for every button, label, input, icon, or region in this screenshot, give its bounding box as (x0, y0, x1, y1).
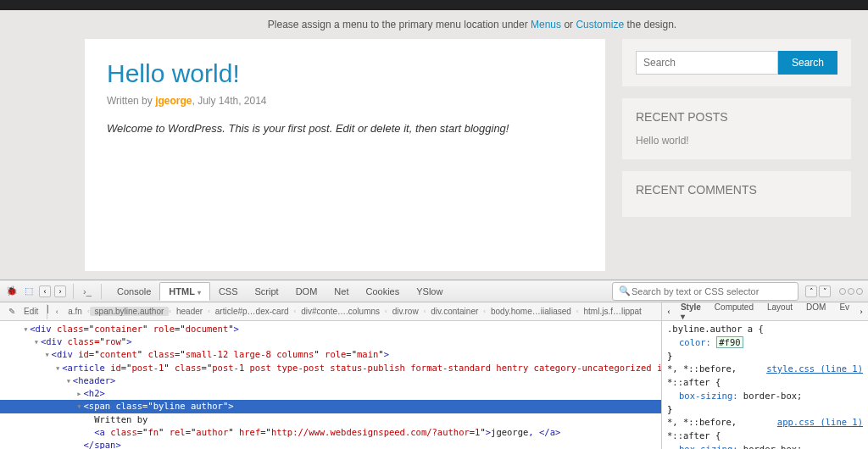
devtools-panel: 🐞 ⬚ ‹ › ›_ ConsoleHTML▾CSSScriptDOMNetCo… (0, 280, 868, 449)
breadcrumb-item[interactable]: span.byline.author (90, 307, 170, 316)
post-card: Hello world! Written by jgeorge, July 14… (85, 39, 605, 271)
menus-link[interactable]: Menus (531, 19, 561, 30)
nav-back-button[interactable]: ‹ (39, 285, 51, 297)
toolbar-separator (73, 284, 74, 299)
devtools-tab-net[interactable]: Net (326, 283, 357, 300)
devtools-tab-css[interactable]: CSS (210, 283, 247, 300)
search-input[interactable] (636, 51, 778, 75)
inspect-icon[interactable]: ⬚ (22, 285, 36, 298)
html-tree-line[interactable]: <a class="fn" rel="author" href="http://… (0, 426, 661, 439)
page-viewport: Please assign a menu to the primary menu… (0, 10, 868, 280)
firebug-icon[interactable]: 🐞 (5, 285, 19, 298)
html-tree-line[interactable]: </span> (0, 439, 661, 449)
html-tree-line[interactable]: Written by (0, 413, 661, 426)
breadcrumb-item[interactable]: div#conte….columns (296, 307, 385, 316)
html-tree-line[interactable]: ▾<span class="byline author"> (0, 400, 661, 413)
recent-posts-widget: RECENT POSTS Hello world! (622, 98, 851, 159)
breadcrumb-item[interactable]: div.container (426, 307, 483, 316)
html-tree-line[interactable]: ▾<article id="post-1" class="post-1 post… (0, 362, 661, 374)
notice-suffix: the design. (626, 19, 676, 30)
styles-panel: ‹ Style ▾ComputedLayoutDOMEv › .byline.a… (661, 302, 868, 449)
right-tabs: ‹ Style ▾ComputedLayoutDOMEv › (662, 302, 868, 321)
devtools-tab-console[interactable]: Console (108, 283, 159, 300)
devtools-tab-dom[interactable]: DOM (287, 283, 326, 300)
devtools-tab-cookies[interactable]: Cookies (357, 283, 408, 300)
command-line-icon[interactable]: ›_ (81, 285, 94, 298)
search-nav: ˄ ˅ (805, 285, 831, 297)
devtools-search[interactable]: 🔍 (612, 282, 798, 301)
minimize-icon[interactable] (839, 288, 846, 295)
html-tree-line[interactable]: ▾<header> (0, 374, 661, 387)
author-link[interactable]: jgeorge (155, 95, 192, 107)
devtools-tab-script[interactable]: Script (247, 283, 287, 300)
sidebar: Search RECENT POSTS Hello world! RECENT … (622, 39, 851, 271)
popout-icon[interactable] (848, 288, 854, 295)
nav-fwd-button[interactable]: › (54, 285, 66, 297)
style-tab-computed[interactable]: Computed (708, 300, 760, 324)
breadcrumb-item[interactable]: html.js.f…lippat (579, 307, 647, 316)
left-margin (0, 10, 76, 280)
notice-text: Please assign a menu to the primary menu… (268, 19, 531, 30)
close-icon[interactable] (856, 288, 863, 295)
browser-chrome-top (0, 0, 868, 10)
style-tab-ev[interactable]: Ev (832, 300, 856, 324)
crumb-left-button[interactable]: ‹ (51, 306, 63, 318)
html-tree[interactable]: ▾<div class="container" role="document">… (0, 321, 661, 449)
breadcrumb-item[interactable]: article#p…dex-card (210, 307, 294, 316)
window-controls (839, 288, 863, 295)
style-rules[interactable]: .byline.author a {color: #f90}style.css … (662, 321, 868, 449)
breadcrumb-bar: ✎ Edit | ‹ a.fn ‹ span.byline.author ‹ h… (0, 302, 661, 321)
breadcrumb-item[interactable]: body.home…iialiased (486, 307, 576, 316)
edit-icon[interactable]: ✎ (5, 305, 19, 319)
recent-posts-title: RECENT POSTS (636, 110, 837, 124)
recent-comments-widget: RECENT COMMENTS (622, 171, 851, 217)
rtab-left-button[interactable]: ‹ (665, 306, 672, 318)
search-widget: Search (622, 39, 851, 86)
customize-link[interactable]: Customize (576, 19, 624, 30)
recent-comments-title: RECENT COMMENTS (636, 183, 837, 197)
devtools-tab-yslow[interactable]: YSlow (408, 283, 451, 300)
menu-notice: Please assign a menu to the primary menu… (76, 10, 868, 39)
search-icon: 🔍 (618, 285, 632, 298)
breadcrumb-item[interactable]: a.fn (63, 307, 87, 316)
rtab-right-button[interactable]: › (858, 306, 865, 318)
devtools-search-input[interactable] (632, 286, 793, 297)
byline-date: , July 14th, 2014 (192, 95, 266, 107)
html-tree-line[interactable]: ▾<div class="row"> (0, 335, 661, 348)
style-tab-layout[interactable]: Layout (760, 300, 799, 324)
html-tree-line[interactable]: ▸<h2> (0, 387, 661, 400)
breadcrumb-item[interactable]: header (171, 307, 208, 316)
style-tab-style[interactable]: Style ▾ (674, 300, 708, 324)
post-title[interactable]: Hello world! (107, 59, 583, 88)
post-body: Welcome to WordPress. This is your first… (107, 122, 583, 135)
notice-or: or (564, 19, 576, 30)
search-next-button[interactable]: ˅ (819, 285, 831, 297)
recent-post-link[interactable]: Hello world! (636, 135, 689, 147)
search-button[interactable]: Search (778, 51, 837, 75)
toolbar-separator (101, 284, 102, 299)
post-byline: Written by jgeorge, July 14th, 2014 (107, 95, 583, 107)
byline-prefix: Written by (107, 95, 155, 107)
html-tree-line[interactable]: ▾<div id="content" class="small-12 large… (0, 348, 661, 361)
style-tab-dom[interactable]: DOM (799, 300, 832, 324)
breadcrumb-item[interactable]: div.row (387, 307, 424, 316)
search-prev-button[interactable]: ˄ (805, 285, 817, 297)
crumb-separator: | (47, 304, 47, 319)
edit-button[interactable]: Edit (19, 307, 43, 316)
devtools-tab-html[interactable]: HTML▾ (159, 282, 210, 301)
